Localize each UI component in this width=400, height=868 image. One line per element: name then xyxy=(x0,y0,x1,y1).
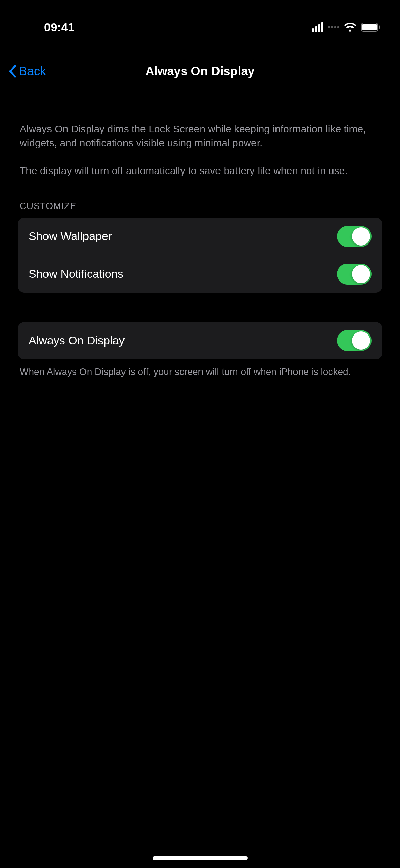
wifi-icon xyxy=(344,23,356,32)
show-wallpaper-toggle[interactable] xyxy=(337,226,372,247)
cell-signal-icon xyxy=(312,22,323,32)
nav-bar: Back Always On Display xyxy=(0,51,400,92)
status-time: 09:41 xyxy=(44,21,74,34)
description-paragraph-2: The display will turn off automatically … xyxy=(20,164,380,178)
status-bar: 09:41 xyxy=(0,0,400,44)
page-title: Always On Display xyxy=(145,64,254,78)
description-block: Always On Display dims the Lock Screen w… xyxy=(18,122,382,178)
footer-text: When Always On Display is off, your scre… xyxy=(18,359,382,378)
always-on-display-row[interactable]: Always On Display xyxy=(18,322,382,359)
show-wallpaper-label: Show Wallpaper xyxy=(28,230,112,243)
content: Always On Display dims the Lock Screen w… xyxy=(0,122,400,378)
back-button[interactable]: Back xyxy=(8,64,46,78)
description-paragraph-1: Always On Display dims the Lock Screen w… xyxy=(20,122,380,150)
customize-group: Show Wallpaper Show Notifications xyxy=(18,218,382,293)
always-on-display-label: Always On Display xyxy=(28,334,125,347)
show-notifications-label: Show Notifications xyxy=(28,267,123,281)
home-indicator[interactable] xyxy=(153,856,248,860)
battery-icon xyxy=(361,23,380,32)
show-notifications-row[interactable]: Show Notifications xyxy=(28,255,382,293)
status-icons xyxy=(312,22,380,32)
dual-sim-icon xyxy=(328,26,339,28)
section-header-customize: CUSTOMIZE xyxy=(18,201,382,212)
show-wallpaper-row[interactable]: Show Wallpaper xyxy=(18,218,382,255)
main-group: Always On Display xyxy=(18,322,382,359)
chevron-left-icon xyxy=(8,65,16,78)
show-notifications-toggle[interactable] xyxy=(337,264,372,285)
back-label: Back xyxy=(19,64,46,78)
always-on-display-toggle[interactable] xyxy=(337,330,372,351)
